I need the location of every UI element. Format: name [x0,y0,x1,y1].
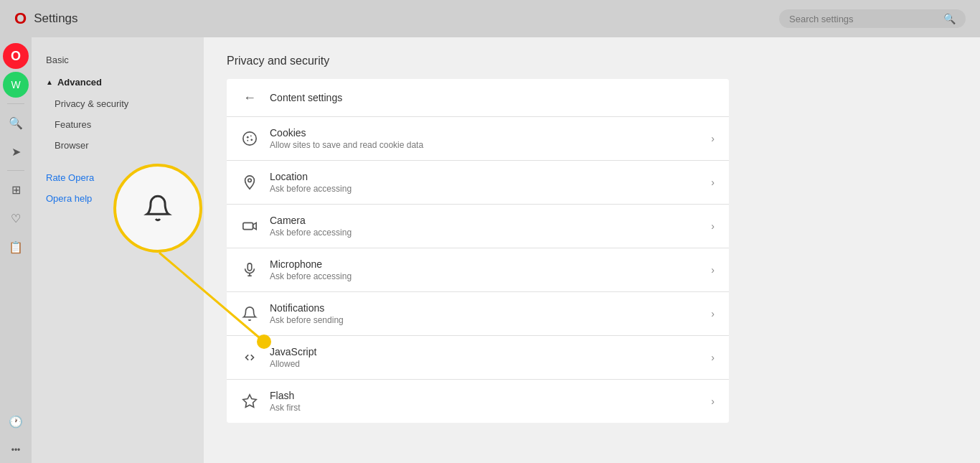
opera-help-link[interactable]: Opera help [32,188,204,209]
location-icon [241,174,258,191]
cookies-icon [241,130,258,147]
camera-arrow: › [711,220,715,232]
advanced-toggle[interactable]: ▲ Advanced [32,71,204,93]
settings-title: Settings [34,11,77,26]
javascript-arrow: › [711,352,715,363]
svg-point-1 [247,136,249,139]
microphone-arrow: › [711,264,715,276]
history-icon[interactable]: 🕐 [3,408,29,434]
microphone-icon [241,261,258,279]
svg-point-5 [248,179,252,182]
svg-point-2 [250,135,252,136]
notifications-arrow: › [711,308,715,319]
search-box[interactable]: 🔍 [779,9,966,28]
notifications-row[interactable]: Notifications Ask before sending › [227,292,729,336]
microphone-text: Microphone Ask before accessing [270,258,699,281]
javascript-text: JavaScript Allowed [270,346,699,369]
location-text: Location Ask before accessing [270,171,699,194]
bookmarks-icon[interactable]: ♡ [3,205,29,231]
search-icon: 🔍 [943,13,956,24]
sidebar-item-browser[interactable]: Browser [32,135,204,156]
notifications-text: Notifications Ask before sending [270,302,699,325]
javascript-icon [241,349,258,366]
svg-marker-11 [243,395,256,407]
opera-logo-icon[interactable]: O [3,43,29,69]
advanced-label: Advanced [57,77,102,88]
microphone-row[interactable]: Microphone Ask before accessing › [227,248,729,292]
javascript-row[interactable]: JavaScript Allowed › [227,336,729,380]
apps-icon[interactable]: ⊞ [3,177,29,202]
page-wrapper: O Settings 🔍 O W 🔍 ➤ ⊞ ♡ 📋 🕐 [0,0,980,463]
location-row[interactable]: Location Ask before accessing › [227,161,729,205]
whatsapp-icon[interactable]: W [3,72,29,98]
camera-row[interactable]: Camera Ask before accessing › [227,205,729,248]
rate-opera-link[interactable]: Rate Opera [32,167,204,188]
notifications-icon [241,305,258,322]
location-arrow: › [711,177,715,188]
flash-icon [241,393,258,410]
main-content: Privacy and security ← Content settings [204,37,980,463]
divider-1 [7,103,24,104]
top-bar: O Settings 🔍 [0,0,980,37]
cookies-text: Cookies Allow sites to save and read coo… [270,127,699,150]
search-nav-icon[interactable]: 🔍 [3,110,29,136]
basic-label[interactable]: Basic [32,49,204,71]
sidebar-links: Rate Opera Opera help [32,167,204,209]
flash-text: Flash Ask first [270,390,699,413]
search-input[interactable] [789,14,938,24]
sidebar-item-features[interactable]: Features [32,114,204,135]
full-layout: O Settings 🔍 O W 🔍 ➤ ⊞ ♡ 📋 🕐 [0,0,980,463]
more-icon[interactable]: ••• [3,437,29,463]
svg-point-4 [247,140,248,141]
back-row[interactable]: ← Content settings [227,79,729,117]
icon-bar: O W 🔍 ➤ ⊞ ♡ 📋 🕐 ••• [0,37,32,463]
flash-row[interactable]: Flash Ask first › [227,380,729,423]
page-section-title: Privacy and security [227,55,957,67]
svg-point-0 [243,132,256,145]
content-settings-label: Content settings [270,92,715,103]
svg-rect-8 [248,263,252,271]
back-text: Content settings [270,92,715,103]
content-card: ← Content settings [227,79,729,423]
cookies-row[interactable]: Cookies Allow sites to save and read coo… [227,117,729,161]
settings-sidebar: Basic ▲ Advanced Privacy & security Feat… [32,37,204,463]
body-layout: O W 🔍 ➤ ⊞ ♡ 📋 🕐 ••• Basic ▲ Advanced [0,37,980,463]
cookies-arrow: › [711,133,715,144]
camera-text: Camera Ask before accessing [270,215,699,238]
sidebar-item-privacy[interactable]: Privacy & security [32,93,204,114]
flash-arrow: › [711,396,715,407]
svg-point-3 [250,139,253,141]
news-icon[interactable]: ➤ [3,139,29,164]
divider-2 [7,170,24,171]
svg-rect-6 [243,223,253,229]
camera-icon [241,218,258,235]
back-icon: ← [241,89,258,106]
chevron-icon: ▲ [46,78,53,86]
opera-logo: O [14,9,27,28]
snapshot-icon[interactable]: 📋 [3,234,29,260]
